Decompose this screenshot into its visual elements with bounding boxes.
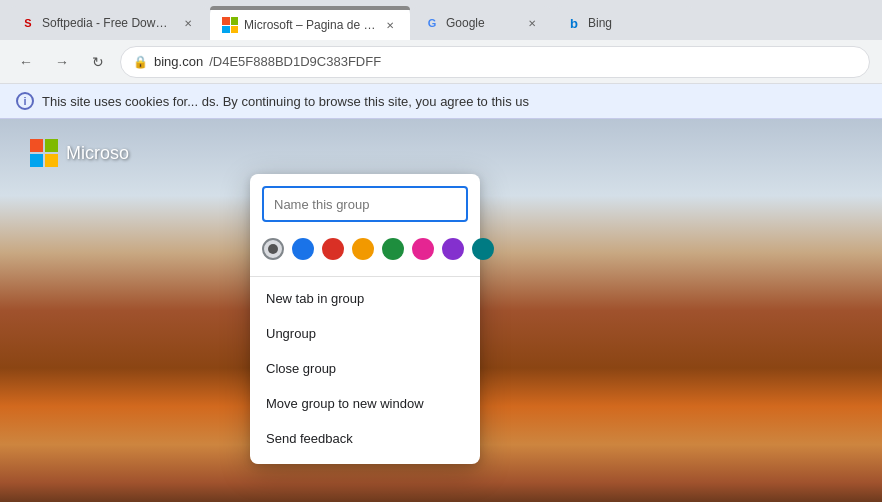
tab-bing[interactable]: b Bing <box>554 6 694 40</box>
menu-item-new-tab[interactable]: New tab in group <box>250 281 480 316</box>
address-bar[interactable]: 🔒 bing.con /D4E5F888BD1D9C383FDFF <box>120 46 870 78</box>
browser-frame: S Softpedia - Free Downlo... ✕ Microsoft… <box>0 0 882 502</box>
info-icon: i <box>16 92 34 110</box>
lock-icon: 🔒 <box>133 55 148 69</box>
color-option-blue[interactable] <box>292 238 314 260</box>
address-text: bing.con <box>154 54 203 69</box>
tab-microsoft[interactable]: Microsoft – Pagina de p... ✕ <box>210 6 410 40</box>
softpedia-tab-title: Softpedia - Free Downlo... <box>42 16 174 30</box>
forward-button[interactable]: → <box>48 48 76 76</box>
tab-group-context-menu: New tab in group Ungroup Close group Mov… <box>250 174 480 464</box>
color-option-orange[interactable] <box>352 238 374 260</box>
menu-item-move-window[interactable]: Move group to new window <box>250 386 480 421</box>
group-name-input[interactable] <box>262 186 468 222</box>
color-option-gray[interactable] <box>262 238 284 260</box>
reload-button[interactable]: ↻ <box>84 48 112 76</box>
menu-item-feedback[interactable]: Send feedback <box>250 421 480 456</box>
ms-page-logo <box>30 139 58 167</box>
menu-item-ungroup[interactable]: Ungroup <box>250 316 480 351</box>
ms-page-text: Microso <box>66 143 129 164</box>
softpedia-tab-close[interactable]: ✕ <box>180 15 196 31</box>
microsoft-favicon <box>222 17 238 33</box>
menu-item-close-group[interactable]: Close group <box>250 351 480 386</box>
menu-divider-1 <box>250 276 480 277</box>
back-button[interactable]: ← <box>12 48 40 76</box>
color-option-teal[interactable] <box>472 238 494 260</box>
tab-bar: S Softpedia - Free Downlo... ✕ Microsoft… <box>0 0 882 40</box>
notification-bar: i This site uses cookies for... ds. By c… <box>0 84 882 119</box>
ms-logo-area: Microso <box>30 139 129 167</box>
color-picker <box>250 234 480 272</box>
color-option-purple[interactable] <box>442 238 464 260</box>
group-name-section <box>250 186 480 234</box>
google-favicon: G <box>424 15 440 31</box>
tab-softpedia[interactable]: S Softpedia - Free Downlo... ✕ <box>8 6 208 40</box>
color-option-green[interactable] <box>382 238 404 260</box>
microsoft-tab-close[interactable]: ✕ <box>382 17 398 33</box>
google-tab-title: Google <box>446 16 518 30</box>
microsoft-tab-title: Microsoft – Pagina de p... <box>244 18 376 32</box>
notification-text: This site uses cookies for... ds. By con… <box>42 94 529 109</box>
color-option-pink[interactable] <box>412 238 434 260</box>
address-hash: /D4E5F888BD1D9C383FDFF <box>209 54 381 69</box>
tab-google[interactable]: G Google ✕ <box>412 6 552 40</box>
softpedia-favicon: S <box>20 15 36 31</box>
bing-tab-title: Bing <box>588 16 682 30</box>
toolbar: ← → ↻ 🔒 bing.con /D4E5F888BD1D9C383FDFF <box>0 40 882 84</box>
color-option-red[interactable] <box>322 238 344 260</box>
content-area: Microso <box>0 119 882 502</box>
bing-favicon: b <box>566 15 582 31</box>
google-tab-close[interactable]: ✕ <box>524 15 540 31</box>
